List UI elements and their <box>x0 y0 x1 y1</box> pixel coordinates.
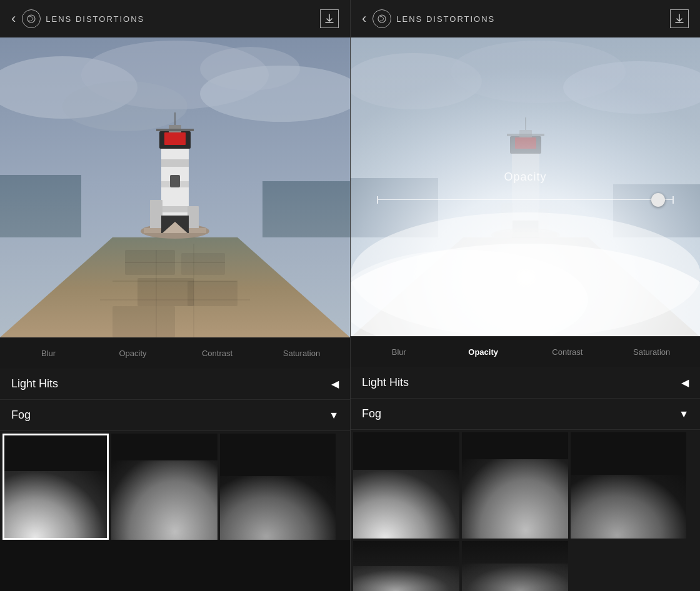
right-slider-tick-right <box>672 196 674 204</box>
right-logo-icon <box>372 9 391 28</box>
right-thumb-1[interactable] <box>353 432 459 539</box>
right-mini-thumb-1[interactable] <box>353 541 459 591</box>
svg-rect-22 <box>161 159 189 167</box>
right-blur-control[interactable]: Blur <box>357 344 441 360</box>
right-logo-text: LENS DISTORTIONS <box>396 14 495 24</box>
svg-rect-16 <box>181 253 225 275</box>
right-fog-row[interactable]: Fog ▼ <box>351 399 700 430</box>
right-header: ‹ LENS DISTORTIONS <box>351 0 700 37</box>
left-light-hits-title: Light Hits <box>11 377 58 390</box>
svg-rect-25 <box>170 175 180 187</box>
left-fog-thumb-3 <box>220 434 336 540</box>
left-fog-cloud-3 <box>220 476 336 540</box>
left-logo: LENS DISTORTIONS <box>22 9 144 28</box>
svg-point-0 <box>28 15 35 22</box>
right-mini-thumb-2[interactable] <box>462 541 568 591</box>
left-blur-control[interactable]: Blur <box>6 345 91 361</box>
left-download-button[interactable] <box>320 9 339 28</box>
right-opacity-slider[interactable] <box>378 199 672 201</box>
left-logo-icon <box>22 9 41 28</box>
right-fog-arrow: ▼ <box>679 409 689 420</box>
right-logo: LENS DISTORTIONS <box>372 9 495 28</box>
left-back-button[interactable]: ‹ <box>11 12 16 26</box>
right-fog-thumb-3 <box>571 432 686 539</box>
left-light-hits-row[interactable]: Light Hits ◀ <box>0 369 350 400</box>
right-controls-bar: Blur Opacity Contrast Saturation <box>351 336 700 367</box>
left-panel: ‹ LENS DISTORTIONS <box>0 0 350 591</box>
svg-point-5 <box>62 81 188 131</box>
right-panel: ‹ LENS DISTORTIONS <box>350 0 700 591</box>
right-opacity-overlay: Opacity <box>351 37 700 336</box>
right-light-hits-row[interactable]: Light Hits ◀ <box>351 367 700 399</box>
right-thumb-2[interactable] <box>462 432 568 539</box>
right-fog-title: Fog <box>362 407 381 420</box>
svg-rect-24 <box>161 206 189 212</box>
right-opacity-control[interactable]: Opacity <box>441 344 526 360</box>
svg-rect-32 <box>188 206 199 231</box>
svg-rect-27 <box>164 132 186 145</box>
left-bottom-panel: Light Hits ◀ Fog ▼ <box>0 369 350 540</box>
left-contrast-control[interactable]: Contrast <box>175 345 259 361</box>
right-contrast-control[interactable]: Contrast <box>526 344 610 360</box>
left-lighthouse-image <box>0 37 350 337</box>
svg-rect-17 <box>138 278 194 306</box>
right-light-hits-title: Light Hits <box>362 376 409 389</box>
right-bottom-panel: Light Hits ◀ Fog ▼ <box>351 367 700 591</box>
right-thumbnails-row <box>351 430 700 539</box>
left-opacity-control[interactable]: Opacity <box>91 345 175 361</box>
right-image-area: Opacity <box>351 37 700 336</box>
svg-rect-15 <box>125 250 175 275</box>
right-light-hits-arrow: ◀ <box>681 377 689 389</box>
left-fog-thumb-2 <box>111 434 218 540</box>
right-saturation-control[interactable]: Saturation <box>609 344 694 360</box>
left-thumb-3[interactable] <box>220 434 336 540</box>
svg-rect-18 <box>112 306 175 337</box>
right-fog-cloud-1 <box>353 470 459 539</box>
left-header-left: ‹ LENS DISTORTIONS <box>11 9 144 28</box>
right-header-left: ‹ LENS DISTORTIONS <box>362 9 495 28</box>
right-fog-thumb-1 <box>353 432 459 539</box>
svg-rect-31 <box>150 200 162 231</box>
right-fog-thumb-2 <box>462 432 568 539</box>
svg-rect-8 <box>262 181 350 237</box>
right-download-button[interactable] <box>670 9 689 28</box>
svg-rect-7 <box>0 175 81 237</box>
left-fog-title: Fog <box>11 409 31 422</box>
left-saturation-control[interactable]: Saturation <box>259 345 344 361</box>
left-light-hits-arrow: ◀ <box>331 378 339 390</box>
left-thumb-1[interactable] <box>2 434 109 540</box>
right-thumb-3[interactable] <box>571 432 686 539</box>
left-image-area <box>0 37 350 337</box>
left-fog-cloud-1 <box>4 471 107 538</box>
svg-point-6 <box>200 47 300 91</box>
right-slider-container[interactable] <box>377 196 674 204</box>
right-opacity-label: Opacity <box>504 171 546 184</box>
left-fog-cloud-2 <box>111 460 218 540</box>
left-thumbnails-row <box>0 431 350 540</box>
left-thumb-2[interactable] <box>111 434 218 540</box>
left-fog-row[interactable]: Fog ▼ <box>0 400 350 431</box>
left-controls-bar: Blur Opacity Contrast Saturation <box>0 337 350 369</box>
right-back-button[interactable]: ‹ <box>362 12 366 26</box>
left-logo-text: LENS DISTORTIONS <box>46 14 144 24</box>
svg-rect-30 <box>156 129 194 131</box>
right-slider-thumb[interactable] <box>651 193 665 207</box>
right-fog-cloud-3 <box>571 475 686 539</box>
right-fog-cloud-2 <box>462 459 568 539</box>
left-fog-thumb-1 <box>4 435 107 538</box>
left-header: ‹ LENS DISTORTIONS <box>0 0 350 37</box>
svg-point-36 <box>378 15 386 22</box>
left-fog-arrow: ▼ <box>329 410 339 421</box>
right-thumbnails-row-2 <box>351 539 700 591</box>
svg-rect-19 <box>188 281 238 306</box>
